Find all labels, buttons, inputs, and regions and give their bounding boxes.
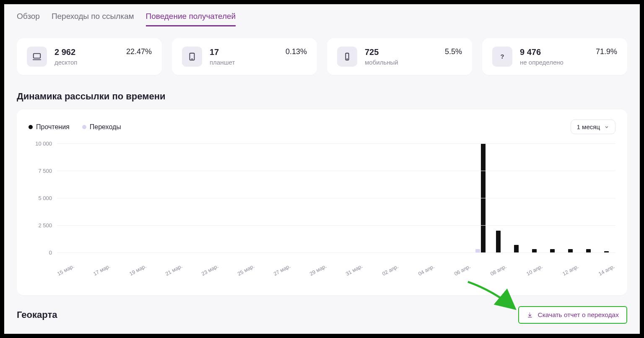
device-stat-cards: 2 962 десктоп 22.47% 17 планшет 0.13% 72… <box>17 38 627 75</box>
tablet-icon <box>187 52 197 61</box>
tablet-icon-box <box>182 47 202 67</box>
period-select[interactable]: 1 месяц <box>571 120 615 134</box>
chevron-down-icon <box>604 125 609 130</box>
tab-2[interactable]: Поведение получателей <box>146 12 236 26</box>
device-card-desktop: 2 962 десктоп 22.47% <box>17 38 162 75</box>
legend-label-reads: Прочтения <box>36 123 70 131</box>
y-tick: 7 500 <box>38 168 52 174</box>
chart-area: 02 5005 0007 50010 000 <box>29 143 615 269</box>
chart-x-axis: 15 мар.17 мар.19 мар.21 мар.23 мар.25 ма… <box>56 269 615 287</box>
card-percent: 5.5% <box>445 47 462 56</box>
card-label: не определено <box>520 59 564 66</box>
bar-reads <box>532 249 537 252</box>
grid-line <box>57 143 615 144</box>
download-icon <box>527 312 533 318</box>
card-value: 9 476 <box>520 47 564 57</box>
card-value: 725 <box>365 47 398 57</box>
legend-item-reads[interactable]: Прочтения <box>29 123 70 131</box>
tab-1[interactable]: Переходы по ссылкам <box>52 12 134 26</box>
svg-rect-0 <box>34 54 41 58</box>
legend-dot-clicks <box>82 125 86 129</box>
desktop-icon <box>32 52 42 61</box>
desktop-icon-box <box>27 47 47 67</box>
bar-reads <box>496 231 501 252</box>
device-card-mobile: 725 мобильный 5.5% <box>327 38 472 75</box>
download-report-button[interactable]: Скачать отчет о переходах <box>518 306 627 324</box>
grid-line <box>57 198 615 198</box>
y-tick: 0 <box>49 250 52 256</box>
unknown-icon-box: ? <box>492 47 512 67</box>
card-label: мобильный <box>365 59 398 66</box>
bar-reads <box>514 245 519 252</box>
grid-line <box>57 225 615 226</box>
card-percent: 22.47% <box>126 47 152 56</box>
bar-reads <box>568 249 573 252</box>
mobile-icon <box>343 52 352 61</box>
card-label: десктоп <box>55 59 78 66</box>
download-report-label: Скачать отчет о переходах <box>538 311 619 319</box>
y-tick: 2 500 <box>38 222 52 229</box>
question-icon: ? <box>498 52 507 61</box>
grid-line <box>57 252 615 253</box>
card-value: 2 962 <box>55 47 78 57</box>
legend-item-clicks[interactable]: Переходы <box>82 123 121 131</box>
legend-label-clicks: Переходы <box>90 123 121 131</box>
timeline-chart-panel: Прочтения Переходы 1 месяц 02 5005 0007 … <box>17 109 627 295</box>
chart-y-axis: 02 5005 0007 50010 000 <box>29 143 56 269</box>
chart-plot <box>56 143 615 269</box>
bar-reads <box>550 249 555 252</box>
bar-reads <box>586 249 591 252</box>
chart-legend: Прочтения Переходы <box>29 123 121 131</box>
card-value: 17 <box>210 47 235 57</box>
period-select-label: 1 месяц <box>577 123 600 130</box>
tab-0[interactable]: Обзор <box>17 12 40 26</box>
bar-clicks <box>475 249 480 252</box>
section-title-geomap: Геокарта <box>17 309 57 320</box>
y-tick: 10 000 <box>35 140 52 147</box>
card-label: планшет <box>210 59 235 66</box>
card-percent: 0.13% <box>286 47 307 56</box>
device-card-unknown: ? 9 476 не определено 71.9% <box>482 38 627 75</box>
section-title-timeline: Динамика рассылки по времени <box>17 91 627 102</box>
y-tick: 5 000 <box>38 195 52 201</box>
legend-dot-reads <box>29 125 33 129</box>
device-card-tablet: 17 планшет 0.13% <box>172 38 317 75</box>
grid-line <box>57 171 615 171</box>
tabs: ОбзорПереходы по ссылкамПоведение получа… <box>17 12 627 26</box>
svg-text:?: ? <box>501 53 504 60</box>
card-percent: 71.9% <box>596 47 617 56</box>
mobile-icon-box <box>337 47 357 67</box>
